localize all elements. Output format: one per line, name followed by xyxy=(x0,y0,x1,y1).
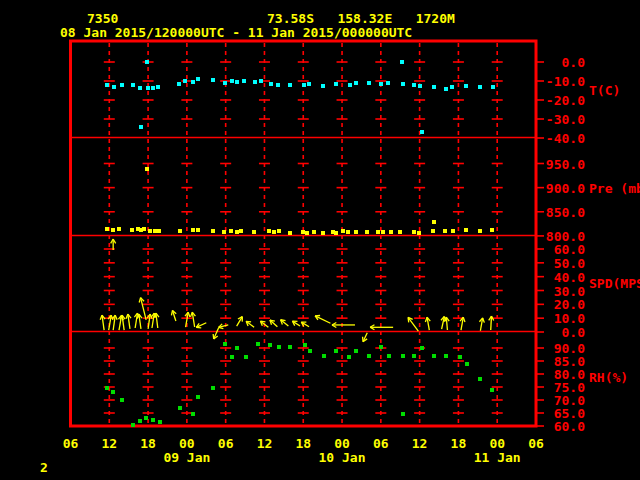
pressure-point xyxy=(239,229,243,233)
wind_speed-ytick-label: 50.0 xyxy=(505,256,585,269)
x-hour-label: 06 xyxy=(63,437,79,450)
temperature-point xyxy=(401,82,405,86)
temperature-point xyxy=(367,81,371,85)
pressure-point xyxy=(148,229,152,233)
wind_speed-series xyxy=(100,239,494,342)
page-number: 2 xyxy=(40,461,48,474)
relative_humidity-point xyxy=(412,354,416,358)
temperature-point xyxy=(386,81,390,85)
temperature-point xyxy=(334,82,338,86)
x-hour-label: 12 xyxy=(257,437,273,450)
x-hour-label: 06 xyxy=(528,437,544,450)
pressure-ytick-label: 850.0 xyxy=(505,205,585,218)
wind-arrow xyxy=(112,315,117,330)
wind-arrow xyxy=(479,318,484,331)
relative_humidity-point xyxy=(111,390,115,394)
pressure-point xyxy=(431,229,435,233)
wind_speed-ytick-label: 0.0 xyxy=(505,326,585,339)
temperature-point xyxy=(400,60,404,64)
wind-arrow xyxy=(196,323,206,328)
temperature-ytick-label: -20.0 xyxy=(505,94,585,107)
x-date-label: 11 Jan xyxy=(474,451,521,464)
wind-arrow xyxy=(425,317,430,330)
wind-arrow xyxy=(281,320,289,326)
pressure-point xyxy=(389,230,393,234)
temperature-point xyxy=(191,80,195,84)
temperature-point xyxy=(146,86,150,90)
wind-arrow xyxy=(315,315,330,323)
pressure-point xyxy=(312,230,316,234)
pressure-axis-title: Pre (mb) xyxy=(589,181,640,194)
pressure-point xyxy=(157,229,161,233)
temperature-point xyxy=(276,83,280,87)
relative_humidity-point xyxy=(478,377,482,381)
relative_humidity-point xyxy=(367,354,371,358)
relative_humidity-point xyxy=(191,412,195,416)
wind-arrow xyxy=(408,317,418,331)
pressure-point xyxy=(105,227,109,231)
temperature-axis-title: T(C) xyxy=(589,84,620,97)
temperature-point xyxy=(112,85,116,89)
relative_humidity-point xyxy=(105,386,109,390)
x-date-label: 09 Jan xyxy=(163,451,210,464)
wind-arrow xyxy=(213,328,218,339)
meteogram-screen: 7350 73.58S 158.32E 1720M 08 Jan 2015/12… xyxy=(0,0,640,480)
temperature-point xyxy=(321,84,325,88)
relative_humidity-point xyxy=(308,349,312,353)
temperature-point xyxy=(242,79,246,83)
pressure-point xyxy=(196,228,200,232)
temperature-point xyxy=(379,82,383,86)
temperature-point xyxy=(183,79,187,83)
pressure-point xyxy=(142,227,146,231)
relative_humidity-point xyxy=(334,349,338,353)
wind-arrow xyxy=(190,312,195,327)
pressure-point xyxy=(222,230,226,234)
pressure-point xyxy=(130,228,134,232)
x-hour-label: 00 xyxy=(179,437,195,450)
relative_humidity-point xyxy=(244,355,248,359)
pressure-point xyxy=(381,230,385,234)
relative_humidity-point xyxy=(230,355,234,359)
temperature-point xyxy=(432,85,436,89)
x-hour-label: 18 xyxy=(140,437,156,450)
relative_humidity-point xyxy=(354,349,358,353)
wind-arrow xyxy=(444,317,449,330)
pressure-point xyxy=(191,228,195,232)
pressure-point xyxy=(490,228,494,232)
relative_humidity-point xyxy=(432,354,436,358)
pressure-point xyxy=(354,230,358,234)
relative_humidity-point xyxy=(178,406,182,410)
x-hour-label: 00 xyxy=(334,437,350,450)
temperature-point xyxy=(131,83,135,87)
temperature-point xyxy=(269,82,273,86)
relative_humidity-point xyxy=(151,418,155,422)
pressure-point xyxy=(272,230,276,234)
pressure-point xyxy=(117,227,121,231)
temperature-point xyxy=(420,130,424,134)
pressure-point xyxy=(443,229,447,233)
wind-arrow xyxy=(108,315,113,330)
pressure-series xyxy=(105,167,494,234)
pressure-point xyxy=(235,230,239,234)
pressure-point xyxy=(111,228,115,232)
relative_humidity-point xyxy=(196,395,200,399)
relative_humidity-point xyxy=(288,345,292,349)
wind_speed-ytick-label: 10.0 xyxy=(505,312,585,325)
temperature-point xyxy=(211,78,215,82)
wind_speed-ytick-label: 30.0 xyxy=(505,284,585,297)
x-hour-label: 12 xyxy=(412,437,428,450)
x-hour-label: 00 xyxy=(489,437,505,450)
pressure-point xyxy=(334,231,338,235)
wind_speed-axis-title: SPD(MPS) xyxy=(589,277,640,290)
pressure-point xyxy=(376,230,380,234)
relative_humidity-ytick-label: 60.0 xyxy=(505,420,585,433)
pressure-ytick-label: 800.0 xyxy=(505,229,585,242)
temperature-point xyxy=(412,83,416,87)
pressure-point xyxy=(412,230,416,234)
temperature-point xyxy=(139,125,143,129)
wind-arrow xyxy=(270,320,277,327)
pressure-point xyxy=(252,230,256,234)
x-hour-label: 06 xyxy=(218,437,234,450)
temperature-ytick-label: -40.0 xyxy=(505,132,585,145)
temperature-point xyxy=(230,79,234,83)
